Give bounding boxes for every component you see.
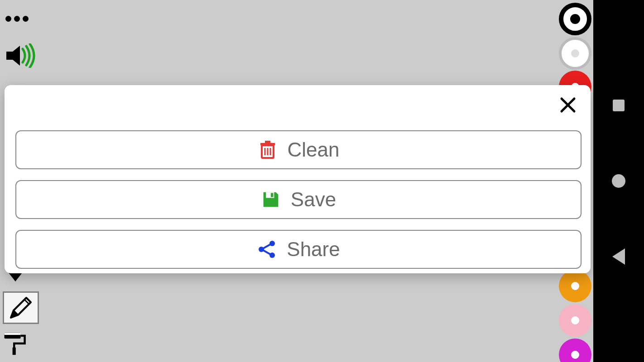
color-swatch-black[interactable] bbox=[559, 3, 591, 35]
clean-button[interactable]: Clean bbox=[15, 130, 582, 169]
swatch-center-icon bbox=[570, 14, 580, 24]
sound-toggle-button[interactable] bbox=[5, 43, 36, 68]
circle-icon bbox=[612, 174, 625, 188]
svg-rect-2 bbox=[5, 333, 21, 335]
clean-label: Clean bbox=[288, 138, 340, 161]
home-button[interactable] bbox=[610, 173, 627, 189]
share-icon bbox=[257, 239, 277, 259]
dot-icon bbox=[5, 16, 11, 22]
svg-rect-3 bbox=[13, 348, 16, 355]
dialog-button-list: Clean Save bbox=[15, 130, 580, 269]
pencil-icon bbox=[7, 294, 34, 321]
more-options-button[interactable] bbox=[5, 12, 33, 25]
color-swatch-orange[interactable] bbox=[559, 270, 591, 302]
share-button[interactable]: Share bbox=[15, 230, 582, 269]
close-icon bbox=[559, 96, 577, 114]
canvas-actions-dialog: Clean Save bbox=[5, 85, 591, 273]
trash-icon bbox=[258, 140, 278, 160]
svg-rect-10 bbox=[260, 143, 275, 145]
drawing-canvas-area: Clean Save bbox=[0, 0, 593, 362]
back-button[interactable] bbox=[610, 248, 627, 265]
dot-icon bbox=[23, 16, 29, 22]
back-triangle-icon bbox=[612, 248, 625, 265]
swatch-center-icon bbox=[571, 49, 579, 57]
swatch-center-icon bbox=[571, 316, 579, 324]
svg-line-17 bbox=[263, 244, 270, 248]
color-swatch-pink[interactable] bbox=[559, 304, 591, 337]
recent-apps-button[interactable] bbox=[610, 97, 627, 114]
svg-marker-0 bbox=[6, 46, 20, 66]
save-label: Save bbox=[291, 188, 336, 211]
svg-line-18 bbox=[263, 250, 270, 254]
close-dialog-button[interactable] bbox=[555, 92, 581, 118]
svg-rect-11 bbox=[265, 141, 270, 143]
pencil-tool-button[interactable] bbox=[3, 291, 39, 324]
color-swatch-white[interactable] bbox=[559, 37, 591, 70]
sound-on-icon bbox=[5, 43, 36, 68]
save-floppy-icon bbox=[261, 190, 281, 210]
svg-rect-13 bbox=[271, 193, 273, 197]
color-swatch-magenta[interactable] bbox=[559, 338, 591, 362]
save-button[interactable]: Save bbox=[15, 180, 582, 219]
share-label: Share bbox=[287, 238, 340, 261]
swatch-center-icon bbox=[571, 282, 579, 290]
square-icon bbox=[613, 100, 625, 111]
paint-roller-icon bbox=[3, 331, 27, 356]
paint-roller-tool-button[interactable] bbox=[3, 331, 34, 362]
swatch-center-icon bbox=[571, 351, 579, 359]
android-nav-bar bbox=[593, 0, 644, 362]
dot-icon bbox=[14, 16, 20, 22]
